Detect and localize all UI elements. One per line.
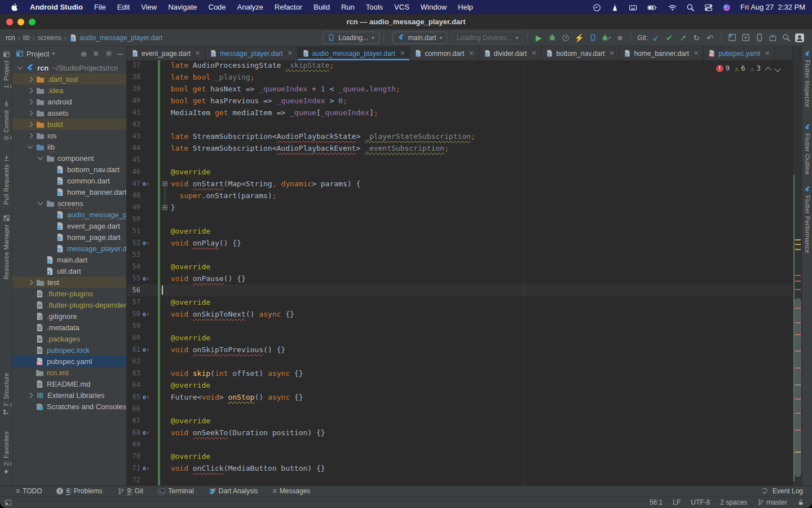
code-line[interactable]: Future<void> onStop() async {} [162, 391, 303, 403]
tree-item-rcn-iml[interactable]: rcn.iml [12, 367, 126, 378]
code-line[interactable]: void onPlay() {} [162, 237, 241, 249]
tool-stripe-0-commit[interactable]: 0: Commit [0, 100, 12, 140]
warning-stripe-mark[interactable] [795, 249, 801, 250]
next-error-button[interactable] [774, 65, 780, 72]
code-line[interactable]: super.onStart(params); [162, 190, 277, 202]
chevron-right-icon[interactable] [28, 121, 33, 127]
battery-icon[interactable] [647, 2, 659, 11]
collapse-all-button[interactable] [92, 50, 100, 58]
menu-item-edit[interactable]: Edit [112, 0, 135, 14]
error-stripe-mark[interactable] [795, 281, 801, 282]
code-line[interactable]: @override [162, 296, 210, 308]
minimize-window-button[interactable] [17, 19, 24, 25]
tree-item-external-libraries[interactable]: External Libraries [12, 389, 126, 401]
tree-item-home-banner-dart[interactable]: home_banner.dart [12, 186, 126, 198]
tree-item-build[interactable]: build [12, 119, 126, 130]
code-line[interactable]: @override [162, 166, 210, 178]
tab-bottom-nav-dart[interactable]: bottom_nav.dart✕ [541, 46, 619, 60]
tree-item-flutter-plugins-dependencies[interactable]: .flutter-plugins-dependencies [12, 299, 126, 310]
menu-item-tools[interactable]: Tools [360, 0, 389, 14]
tree-item-assets[interactable]: assets [12, 107, 126, 119]
code-line[interactable]: void onStart(Map<String, dynamic> params… [162, 178, 360, 190]
overrides-method-gutter-icon[interactable]: o↑ [143, 344, 152, 356]
encoding-indicator[interactable]: UTF-8 [691, 498, 710, 506]
tree-item-screens[interactable]: screens [12, 198, 126, 209]
tool-stripe-flutter-inspector[interactable]: Flutter Inspector [802, 51, 812, 108]
tool-window-button-6-problems[interactable]: !6: Problems [56, 487, 102, 495]
tree-item-idea[interactable]: .idea [12, 85, 126, 96]
search-everywhere-button[interactable] [779, 32, 793, 44]
close-icon[interactable]: ✕ [765, 50, 770, 57]
menu-item-vcs[interactable]: VCS [389, 0, 415, 14]
menu-item-run[interactable]: Run [336, 0, 360, 14]
git-push-button[interactable]: ↗ [676, 32, 690, 44]
menu-item-window[interactable]: Window [415, 0, 452, 14]
chevron-right-icon[interactable] [28, 392, 33, 398]
tree-item-ios[interactable]: ios [12, 130, 126, 141]
tab-event-page-dart[interactable]: event_page.dart✕ [127, 46, 205, 60]
tree-item-readme-md[interactable]: README.md [12, 378, 126, 389]
tab-divider-dart[interactable]: divider.dart✕ [479, 46, 542, 60]
error-summary-widget[interactable]: !9 ⚠6 ⚠3 [716, 63, 780, 75]
code-line[interactable]: @override [162, 332, 210, 344]
code-line[interactable]: late bool _playing; [162, 71, 254, 83]
chevron-right-icon[interactable] [28, 99, 33, 104]
tool-stripe-flutter-outline[interactable]: Flutter Outline [802, 124, 812, 175]
caret-position[interactable]: 56:1 [650, 498, 663, 506]
chevron-down-icon[interactable] [28, 143, 33, 149]
tool-window-button-dart-analysis[interactable]: Dart Analysis [209, 487, 258, 495]
code-line[interactable]: late StreamSubscription<AudioPlaybackSta… [162, 130, 475, 142]
tab-audio-message-player-dart[interactable]: audio_message_player.dart✕ [298, 46, 411, 60]
tree-item-util-dart[interactable]: util.dart [12, 265, 126, 277]
tree-item-scratches-and-consoles[interactable]: Scratches and Consoles [12, 401, 126, 412]
window-title-bar[interactable]: rcn — audio_message_player.dart [0, 14, 812, 29]
chevron-right-icon[interactable] [28, 133, 33, 138]
scrollbar-thumb[interactable] [795, 298, 801, 477]
tree-item-main-dart[interactable]: main.dart [12, 254, 126, 265]
editor-scrollbar-stripe[interactable] [792, 46, 802, 485]
error-stripe-mark[interactable] [795, 289, 801, 290]
overrides-method-gutter-icon[interactable]: o↑ [143, 391, 152, 403]
tree-item-test[interactable]: test [12, 277, 126, 288]
close-icon[interactable]: ✕ [609, 50, 614, 57]
tree-item-android[interactable]: android [12, 96, 126, 107]
code-line[interactable]: void onPause() {} [162, 273, 246, 284]
tab-common-dart[interactable]: common.dart✕ [410, 46, 479, 60]
tree-item-dart-tool[interactable]: .dart_tool [12, 73, 126, 85]
menu-item-file[interactable]: File [89, 0, 112, 14]
code-line[interactable]: @override [162, 379, 210, 391]
menu-item-analyze[interactable]: Analyze [232, 0, 269, 14]
code-line[interactable]: void onSkipToNext() async {} [162, 308, 294, 320]
code-line[interactable]: late StreamSubscription<AudioPlaybackEve… [162, 142, 449, 154]
overrides-method-gutter-icon[interactable]: o↑ [143, 462, 152, 474]
project-view-dropdown[interactable]: Project [27, 50, 49, 58]
code-line[interactable]: bool get hasPrevious => _queueIndex > 0; [162, 95, 347, 107]
running-devices-button[interactable] [739, 32, 752, 44]
previous-error-button[interactable] [765, 67, 771, 73]
overrides-method-gutter-icon[interactable]: o↑ [143, 427, 152, 439]
tree-item-event-page-dart[interactable]: event_page.dart [12, 220, 126, 231]
chevron-down-icon[interactable] [38, 155, 43, 160]
sdk-manager-button[interactable] [766, 32, 779, 44]
tree-item-flutter-plugins[interactable]: .flutter-plugins [12, 288, 126, 299]
code-line[interactable]: void onSeekTo(Duration position) {} [162, 427, 325, 439]
tree-item-bottom-nav-dart[interactable]: bottom_nav.dart [12, 164, 126, 175]
breadcrumb-file[interactable]: audio_message_player.dart [80, 34, 162, 42]
tool-window-button-messages[interactable]: ≡Messages [273, 487, 311, 495]
stop-button[interactable]: ■ [613, 32, 626, 44]
rollback-button[interactable]: ↶ [703, 32, 717, 44]
code-line[interactable]: @override [162, 415, 210, 427]
cone-icon[interactable] [611, 2, 619, 11]
profile-button[interactable] [559, 32, 572, 44]
layout-inspector-button[interactable] [725, 32, 739, 44]
tab-message-player-dart[interactable]: message_player.dart✕ [205, 46, 298, 60]
event-log-button[interactable]: Event Log [762, 487, 803, 495]
tree-item-metadata[interactable]: .metadata [12, 322, 126, 333]
creative-cloud-icon[interactable] [593, 2, 601, 11]
close-icon[interactable]: ✕ [531, 50, 536, 57]
tool-stripe-1-project[interactable]: 1: Project [0, 51, 12, 88]
overrides-method-gutter-icon[interactable]: o↑ [143, 178, 152, 190]
code-line[interactable]: @override [162, 450, 210, 462]
input-source-icon[interactable] [629, 2, 637, 11]
spotlight-icon[interactable] [686, 2, 695, 11]
